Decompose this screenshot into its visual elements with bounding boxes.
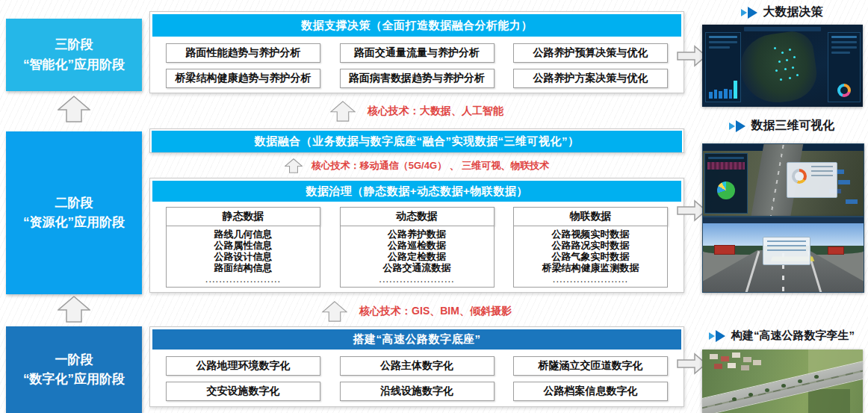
list-item: 公路交通流数据 [341,262,494,273]
static-data-header: 静态数据 [166,207,320,226]
list-item: 公路属性信息 [167,240,320,251]
fusion-title-bar: 数据融合（业务数据与数字底座“融合”实现数据“三维可视化”） [152,131,682,152]
tech-note-2: 核心技术：移动通信（5G/4G） 、 三维可视、物联技术 [149,155,684,176]
up-arrow-icon [330,99,356,124]
3d-aerial-road-image [702,143,864,217]
iot-data-header: 物联数据 [513,207,668,226]
text-line [709,46,730,49]
text-line [767,245,806,246]
text-line [767,240,806,242]
line-chart [707,162,745,170]
list-item: 公路定检数据 [341,251,494,262]
list-item: 公路路况实时数据 [514,240,667,251]
label-3d-visualization: 数据三维可视化 [695,118,868,134]
text-line [831,41,857,43]
up-arrow-icon [58,296,90,323]
stage-3-line1: 三阶段 [55,35,93,55]
donut-chart [837,84,851,97]
right-stats-panel [828,32,861,102]
3d-street-view-image [702,217,864,293]
list-item: 公路巡检数据 [341,240,494,251]
bar [724,89,728,99]
bar [709,92,713,99]
text-line [811,170,833,172]
bar [719,91,722,99]
dynamic-data-list: 公路养护数据 公路巡检数据 公路定检数据 公路交通流数据 ...........… [340,226,495,288]
stage-3-box: 三阶段 “智能化”应用阶段 [6,19,142,91]
foundation-box-2: 公路主体数字化 [340,356,495,376]
label-text: 构建“高速公路数字孪生” [731,329,855,343]
tech-note-3: 核心技术：GIS、BIM、倾斜摄影 [149,296,684,326]
double-triangle-icon [708,329,726,343]
stage-1-line2: “数字化”应用阶段 [23,370,125,389]
text-line [831,52,850,54]
decision-box-6: 公路养护方案决策与优化 [513,69,668,88]
list-item: 路线几何信息 [167,229,320,240]
label-text: 大数据决策 [763,4,823,20]
section-data-decision: 数据支撑决策（全面打造数据融合分析能力） 路面性能趋势与养护分析 路面交通量流量… [149,11,684,93]
list-item: 桥梁结构健康监测数据 [514,262,667,273]
field-patch [808,389,850,413]
decision-box-grid: 路面性能趋势与养护分析 路面交通量流量与养护分析 公路养护预算决策与优化 桥梁结… [152,37,681,88]
decision-box-2: 路面交通量流量与养护分析 [340,43,495,63]
tech-note-1-text: 核心技术：大数据、人工智能 [368,105,503,118]
dynamic-data-column: 动态数据 公路养护数据 公路巡检数据 公路定检数据 公路交通流数据 ......… [340,207,495,288]
left-stats-panel [705,32,741,102]
iot-data-column: 物联数据 公路视频实时数据 公路路况实时数据 公路气象实时数据 桥梁结构健康监测… [513,207,668,288]
up-arrow-icon [285,158,303,174]
text-line [767,249,806,251]
list-item-ellipsis: ...................... [341,273,494,285]
text-line [709,36,737,38]
gauge-chart [792,169,807,184]
foundation-box-5: 沿线设施数字化 [340,382,495,401]
label-bigdata-decision: 大数据决策 [695,4,868,20]
decision-box-3: 公路养护预算决策与优化 [513,43,668,63]
info-popup [787,162,837,198]
stage-2-line1: 二阶段 [55,193,93,213]
iot-data-list: 公路视频实时数据 公路路况实时数据 公路气象实时数据 桥梁结构健康监测数据 ..… [513,226,668,288]
foundation-box-3: 桥隧涵立交匝道数字化 [513,356,668,376]
bar [734,81,737,99]
aerial-highway-photo [702,350,863,413]
stage-1-box: 一阶段 “数字化”应用阶段 [6,326,142,413]
stage-1-line1: 一阶段 [55,350,93,370]
governance-title-bar: 数据治理（静态数据+动态数据+物联数据） [152,181,681,202]
network-dots [774,47,776,49]
text-line [831,36,857,38]
dashboard-titlebar [703,217,864,223]
list-item: 公路气象实时数据 [514,251,667,262]
bar [714,90,718,99]
up-arrow-icon [58,96,90,122]
section-data-fusion: 数据融合（业务数据与数字底座“融合”实现数据“三维可视化”） [149,128,684,153]
decision-title-bar: 数据支撑决策（全面打造数据融合分析能力） [152,14,681,37]
text-line [708,157,744,159]
bar-chart [709,79,737,99]
decision-box-4: 桥梁结构健康趋势与养护分析 [166,69,320,88]
diagram-canvas: 三阶段 “智能化”应用阶段 二阶段 “资源化”应用阶段 一阶段 “数字化”应用阶… [0,0,868,413]
tech-note-2-text: 核心技术：移动通信（5G/4G） 、 三维可视、物联技术 [311,159,550,173]
list-item: 路面结构信息 [167,262,320,273]
dynamic-data-header: 动态数据 [340,207,495,226]
decision-box-5: 路面病害数据趋势与养护分析 [340,69,495,88]
bar [729,90,733,99]
up-arrow-icon [322,299,347,324]
foundation-box-1: 公路地理环境数字化 [166,356,320,376]
billboard [714,245,735,255]
left-stats-panel [704,153,748,214]
tech-note-1: 核心技术：大数据、人工智能 [149,96,684,126]
bigdata-dashboard-image [702,25,863,107]
text-line [811,166,833,167]
double-triangle-icon [728,119,746,133]
list-item: 公路养护数据 [341,229,494,240]
static-data-list: 路线几何信息 公路属性信息 公路设计信息 路面结构信息 ............… [166,226,320,288]
stage-2-box: 二阶段 “资源化”应用阶段 [6,131,142,294]
list-item-ellipsis: ...................... [167,273,320,285]
tech-note-3-text: 核心技术：GIS、BIM、倾斜摄影 [359,305,512,318]
text-line [811,175,833,176]
map-area [737,28,820,107]
list-item-ellipsis: ...................... [514,273,667,285]
foundation-box-4: 交安设施数字化 [166,382,320,401]
pie-chart [717,181,735,199]
section-data-governance: 数据治理（静态数据+动态数据+物联数据） 静态数据 路线几何信息 公路属性信息 … [149,178,684,293]
text-line [831,46,857,49]
